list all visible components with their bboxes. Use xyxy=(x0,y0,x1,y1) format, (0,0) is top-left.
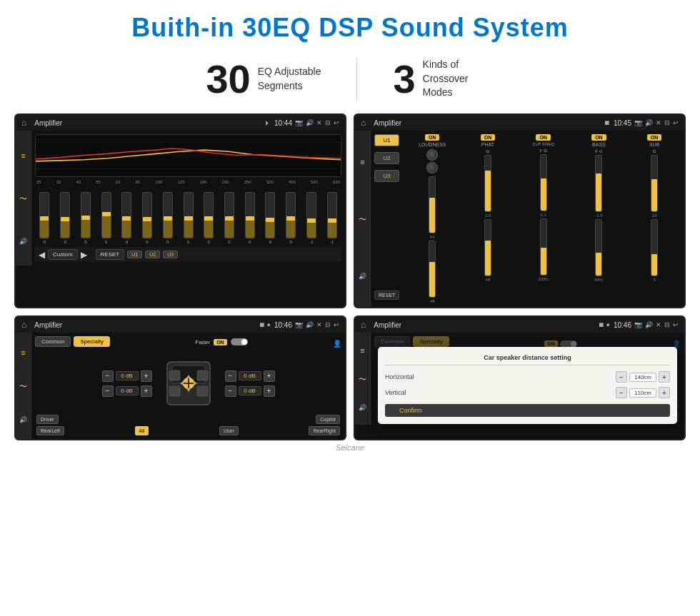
eq-slider-14[interactable]: -1 xyxy=(302,192,321,244)
fr-minus[interactable]: − xyxy=(225,370,236,382)
reset-btn-2[interactable]: RESET xyxy=(374,291,399,300)
sub-slider[interactable] xyxy=(651,155,658,212)
eq-icon-wave[interactable]: 〜 xyxy=(19,193,27,204)
sub-on-btn[interactable]: ON xyxy=(647,134,662,141)
knob-1a[interactable] xyxy=(426,149,438,161)
eq-icon-sliders[interactable]: ≡ xyxy=(21,151,25,160)
eq-slider-13[interactable]: 0 xyxy=(281,192,301,244)
rearright-btn[interactable]: RearRight xyxy=(309,426,340,435)
fader-icon-volume[interactable]: 🔊 xyxy=(19,416,27,423)
tab-common-4[interactable]: Common xyxy=(374,336,410,347)
eq-stat: 30 EQ Adjustable Segments xyxy=(170,56,356,102)
sub-slider-2[interactable] xyxy=(651,219,658,276)
rl-minus[interactable]: − xyxy=(102,385,114,397)
rr-plus[interactable]: + xyxy=(264,385,275,397)
fader-toggle[interactable] xyxy=(231,338,248,345)
bass-on-btn[interactable]: ON xyxy=(591,134,606,141)
all-btn[interactable]: All xyxy=(135,426,149,435)
loudness-val-2: 48 xyxy=(430,299,435,303)
phat-slider[interactable] xyxy=(484,155,491,212)
eq-slider-1[interactable]: 0 xyxy=(35,192,54,244)
eq-slider-4[interactable]: 5 xyxy=(96,192,116,244)
cross-icon-sliders[interactable]: ≡ xyxy=(360,158,364,166)
fr-plus[interactable]: + xyxy=(264,370,275,382)
eq-icon-volume[interactable]: 🔊 xyxy=(19,238,27,245)
prev-icon[interactable]: ◀ xyxy=(39,250,45,260)
phat-slider-2[interactable] xyxy=(484,219,491,276)
u2-btn-1[interactable]: U2 xyxy=(145,251,160,258)
u3-btn-1[interactable]: U3 xyxy=(163,251,178,258)
cutfreq-val: 2.1 xyxy=(541,213,546,217)
eq-slider-9[interactable]: 0 xyxy=(199,192,219,244)
profile-icon[interactable]: 👤 xyxy=(333,340,341,348)
vertical-plus[interactable]: + xyxy=(659,387,670,398)
home-icon-2[interactable]: ⌂ xyxy=(361,118,366,128)
vertical-row: Vertical − 110cm + xyxy=(385,387,670,398)
custom-preset-btn[interactable]: Custom xyxy=(48,249,78,260)
eq-slider-15[interactable]: -1 xyxy=(322,192,341,244)
tab-common-3[interactable]: Common xyxy=(35,336,71,347)
home-icon-1[interactable]: ⌂ xyxy=(21,118,26,128)
fader-icon-wave[interactable]: 〜 xyxy=(19,381,27,392)
phat-g-label: G xyxy=(486,149,490,153)
cross-icon-wave[interactable]: 〜 xyxy=(359,214,366,225)
tab-specialty-4[interactable]: Specialty xyxy=(413,336,449,347)
horizontal-value: 140cm xyxy=(629,373,656,382)
record-icon-1: ⏵ xyxy=(264,119,271,126)
u1-btn-1[interactable]: U1 xyxy=(127,251,142,258)
u1-crossover[interactable]: U1 xyxy=(374,134,399,146)
eq-slider-8[interactable]: 0 xyxy=(179,192,198,244)
cutfreq-on-btn[interactable]: ON xyxy=(536,134,551,141)
user-btn[interactable]: User xyxy=(219,426,239,435)
dist-icon-volume[interactable]: 🔊 xyxy=(359,404,366,411)
status-bar-2: ⌂ Amplifier ⏹ 10:45 📷 🔊 ✕ ⊟ ↩ xyxy=(355,115,684,131)
vertical-minus[interactable]: − xyxy=(616,387,627,398)
horizontal-plus[interactable]: + xyxy=(659,371,670,383)
u3-crossover[interactable]: U3 xyxy=(374,170,399,182)
eq-slider-11[interactable]: 0 xyxy=(240,192,259,244)
knob-1b[interactable] xyxy=(426,162,438,173)
copilot-btn[interactable]: Copilot xyxy=(316,415,340,424)
phat-on-btn[interactable]: ON xyxy=(481,134,496,141)
eq-slider-2[interactable]: 0 xyxy=(56,192,75,244)
bass-slider-2[interactable] xyxy=(595,219,602,276)
loudness-slider-2[interactable] xyxy=(429,241,436,298)
cutfreq-slider[interactable] xyxy=(540,154,547,211)
eq-slider-10[interactable]: 0 xyxy=(220,192,239,244)
position-buttons: Driver Copilot xyxy=(35,415,341,424)
bass-slider[interactable] xyxy=(595,155,602,212)
loudness-slider[interactable] xyxy=(429,176,436,233)
confirm-btn[interactable]: Confirm xyxy=(385,404,670,417)
eq-slider-3[interactable]: 0 xyxy=(76,192,95,244)
fl-minus[interactable]: − xyxy=(102,370,114,382)
dist-icon-sliders[interactable]: ≡ xyxy=(360,346,364,355)
rl-plus[interactable]: + xyxy=(141,385,152,397)
driver-btn[interactable]: Driver xyxy=(36,415,59,424)
fader-icon-sliders[interactable]: ≡ xyxy=(21,348,25,357)
reset-btn-1[interactable]: RESET xyxy=(96,249,125,260)
cutfreq-label: CUT FREQ xyxy=(532,142,554,146)
fader-on-badge[interactable]: ON xyxy=(214,339,227,345)
eq-slider-12[interactable]: 0 xyxy=(261,192,280,244)
rr-minus[interactable]: − xyxy=(225,385,236,397)
fader-content: ≡ 〜 🔊 Common Specialty Fader ON 👤 xyxy=(16,333,345,439)
cross-icon-volume[interactable]: 🔊 xyxy=(359,273,366,280)
eq-slider-5[interactable]: 0 xyxy=(117,192,136,244)
eq-slider-7[interactable]: 0 xyxy=(158,192,177,244)
fl-plus[interactable]: + xyxy=(141,370,152,382)
u2-crossover[interactable]: U2 xyxy=(374,152,399,164)
loudness-on-btn[interactable]: ON xyxy=(425,134,440,141)
eq-slider-6[interactable]: 0 xyxy=(138,192,157,244)
home-icon-4[interactable]: ⌂ xyxy=(361,320,366,330)
rearleft-btn[interactable]: RearLeft xyxy=(36,426,64,435)
cutfreq-slider-2[interactable] xyxy=(540,218,547,276)
screen-eq: ⌂ Amplifier ⏵ 10:44 📷 🔊 ✕ ⊟ ↩ ≡ 〜 🔊 xyxy=(14,113,346,308)
dist-icon-wave[interactable]: 〜 xyxy=(359,374,366,385)
stats-row: 30 EQ Adjustable Segments 3 Kinds of Cro… xyxy=(0,50,700,113)
horizontal-minus[interactable]: − xyxy=(616,371,627,383)
home-icon-3[interactable]: ⌂ xyxy=(21,320,26,330)
ch-sub: ON SUB G 20 5 xyxy=(628,134,681,303)
eq-content: ≡ 〜 🔊 xyxy=(16,131,345,266)
next-icon[interactable]: ▶ xyxy=(81,250,87,260)
tab-specialty-3[interactable]: Specialty xyxy=(74,336,109,347)
